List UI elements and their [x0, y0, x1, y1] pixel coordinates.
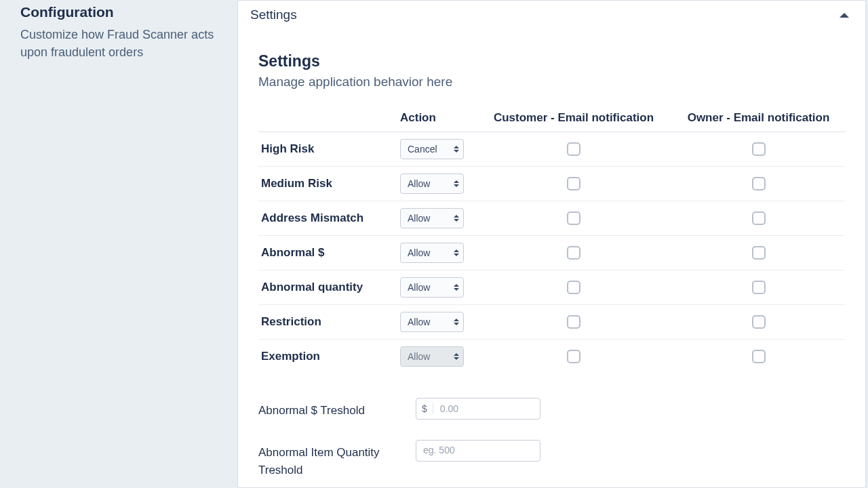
action-select[interactable]: AllowCancel [400, 277, 464, 298]
settings-subhead: Manage application behavior here [258, 75, 845, 89]
owner-notify-cell [672, 132, 845, 167]
threshold-qty-label: Abnormal Item Quantity Treshold [258, 440, 416, 479]
threshold-qty-input-wrap [416, 440, 540, 462]
owner-notify-cell [672, 167, 845, 201]
owner-notify-cell [672, 305, 845, 340]
row-label: High Risk [258, 132, 397, 167]
action-select[interactable]: AllowCancel [400, 243, 464, 263]
settings-panel: Settings Settings Manage application beh… [237, 0, 866, 488]
owner-notify-cell [672, 236, 845, 270]
row-action-cell: AllowCancel [397, 340, 475, 374]
owner-notify-checkbox[interactable] [752, 211, 766, 225]
settings-title: Settings [258, 52, 845, 70]
row-label: Abnormal $ [258, 236, 397, 270]
row-action-cell: AllowCancel [397, 236, 475, 270]
action-select-wrap: AllowCancel [400, 208, 464, 228]
action-select[interactable]: AllowCancel [400, 174, 464, 194]
col-owner: Owner - Email notification [672, 106, 845, 132]
customer-notify-checkbox[interactable] [567, 315, 580, 329]
table-row: Abnormal quantityAllowCancel [258, 270, 845, 305]
table-row: RestrictionAllowCancel [258, 305, 845, 340]
table-row: ExemptionAllowCancel [258, 340, 845, 374]
owner-notify-checkbox[interactable] [752, 281, 766, 294]
action-select-wrap: AllowCancel [400, 243, 464, 263]
customer-notify-cell [475, 132, 672, 167]
action-select-wrap: AllowCancel [400, 346, 464, 367]
customer-notify-checkbox[interactable] [567, 350, 580, 363]
table-row: High RiskAllowCancel [258, 132, 845, 167]
customer-notify-checkbox[interactable] [567, 211, 580, 225]
action-select-wrap: AllowCancel [400, 139, 464, 159]
owner-notify-checkbox[interactable] [752, 142, 766, 156]
row-action-cell: AllowCancel [397, 201, 475, 236]
row-action-cell: AllowCancel [397, 167, 475, 201]
table-row: Address MismatchAllowCancel [258, 201, 845, 236]
customer-notify-cell [475, 270, 672, 305]
action-select[interactable]: AllowCancel [400, 346, 464, 367]
row-action-cell: AllowCancel [397, 132, 475, 167]
customer-notify-cell [475, 201, 672, 236]
owner-notify-cell [672, 270, 845, 305]
row-label: Address Mismatch [258, 201, 397, 236]
customer-notify-checkbox[interactable] [567, 281, 580, 294]
threshold-qty-input[interactable] [416, 441, 540, 460]
thresholds: Abnormal $ Treshold $ Abnormal Item Quan… [258, 398, 845, 479]
customer-notify-checkbox[interactable] [567, 142, 580, 156]
col-action: Action [397, 106, 475, 132]
owner-notify-checkbox[interactable] [752, 246, 766, 260]
action-select-wrap: AllowCancel [400, 174, 464, 194]
action-select-wrap: AllowCancel [400, 312, 464, 332]
customer-notify-cell [475, 305, 672, 340]
chevron-up-icon[interactable] [840, 13, 849, 18]
customer-notify-cell [475, 167, 672, 201]
table-row: Medium RiskAllowCancel [258, 167, 845, 201]
row-label: Abnormal quantity [258, 270, 397, 305]
row-label: Medium Risk [258, 167, 397, 201]
threshold-qty-row: Abnormal Item Quantity Treshold [258, 440, 845, 479]
threshold-dollar-label: Abnormal $ Treshold [258, 398, 416, 420]
row-label: Restriction [258, 305, 397, 340]
owner-notify-checkbox[interactable] [752, 350, 766, 363]
row-action-cell: AllowCancel [397, 270, 475, 305]
action-select[interactable]: AllowCancel [400, 312, 464, 332]
owner-notify-cell [672, 340, 845, 374]
threshold-dollar-input[interactable] [433, 399, 540, 418]
panel-header-title: Settings [250, 7, 297, 22]
action-select[interactable]: AllowCancel [400, 208, 464, 228]
threshold-dollar-input-group: $ [416, 398, 540, 420]
customer-notify-checkbox[interactable] [567, 246, 580, 260]
panel-body: Settings Manage application behavior her… [238, 29, 865, 488]
col-blank [258, 106, 397, 132]
currency-prefix: $ [416, 403, 433, 414]
table-row: Abnormal $AllowCancel [258, 236, 845, 270]
row-action-cell: AllowCancel [397, 305, 475, 340]
threshold-dollar-row: Abnormal $ Treshold $ [258, 398, 845, 420]
owner-notify-checkbox[interactable] [752, 177, 766, 190]
action-select[interactable]: AllowCancel [400, 139, 464, 159]
col-customer: Customer - Email notification [475, 106, 672, 132]
action-select-wrap: AllowCancel [400, 277, 464, 298]
customer-notify-checkbox[interactable] [567, 177, 580, 190]
owner-notify-cell [672, 201, 845, 236]
sidebar-title: Configuration [20, 4, 217, 20]
sidebar-description: Customize how Fraud Scanner acts upon fr… [20, 26, 217, 61]
owner-notify-checkbox[interactable] [752, 315, 766, 329]
customer-notify-cell [475, 236, 672, 270]
row-label: Exemption [258, 340, 397, 374]
config-sidebar: Configuration Customize how Fraud Scanne… [0, 0, 237, 488]
customer-notify-cell [475, 340, 672, 374]
panel-header[interactable]: Settings [238, 1, 865, 29]
settings-table: Action Customer - Email notification Own… [258, 106, 845, 373]
